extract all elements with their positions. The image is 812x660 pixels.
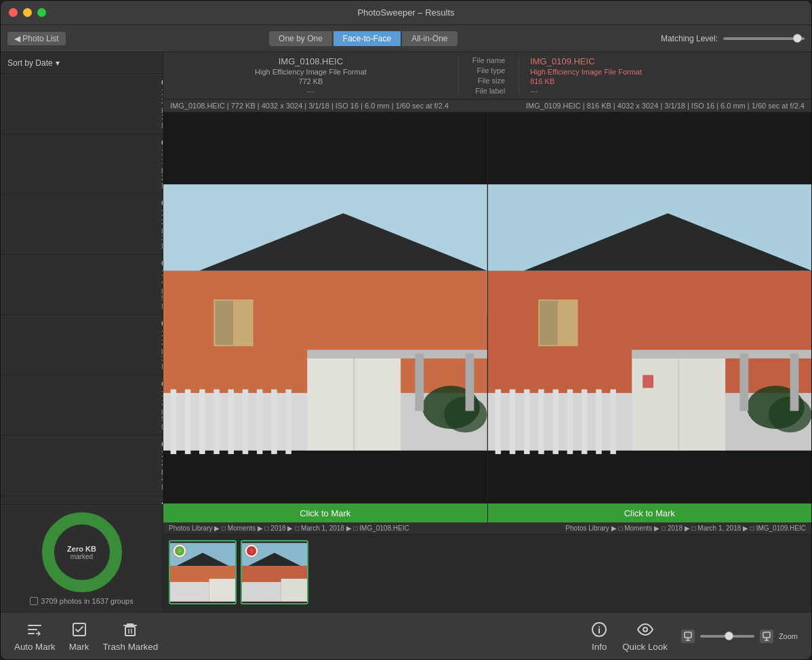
path-bar: Photos Library ▶ □ Moments ▶ □ 2018 ▶ □ … — [163, 522, 811, 534]
svg-rect-48 — [596, 390, 601, 455]
right-click-to-mark[interactable]: Click to Mark — [488, 503, 812, 522]
group-name: Group 1629 — [161, 138, 163, 157]
svg-rect-54 — [632, 350, 811, 358]
group-name: Group 1631 — [161, 259, 163, 278]
exif-bar: IMG_0108.HEIC | 772 KB | 4032 x 3024 | 3… — [163, 100, 811, 112]
trash-marked-button[interactable]: Trash Marked — [102, 620, 158, 652]
bottom-left-tools: Auto Mark Mark — [14, 620, 158, 652]
left-exif: IMG_0108.HEIC | 772 KB | 4032 x 3024 | 3… — [170, 102, 449, 110]
file-type-label: File type — [472, 66, 505, 75]
left-image-display[interactable] — [163, 112, 487, 522]
eye-icon — [636, 620, 655, 639]
info-icon — [590, 620, 609, 639]
list-item[interactable]: Group 1635 2 photos 4.2 MB 2 — [1, 496, 163, 504]
maximize-button[interactable] — [37, 8, 46, 17]
thumb-badge-red-icon — [247, 546, 256, 556]
group-size: 5.3 MB — [161, 415, 163, 431]
group-name: Group 1633 — [161, 379, 163, 398]
svg-rect-37 — [540, 301, 558, 345]
sort-button[interactable]: Sort by Date ▾ — [7, 58, 60, 68]
close-button[interactable] — [9, 8, 18, 17]
svg-rect-67 — [281, 579, 307, 602]
group-size: 27.7 MB — [161, 173, 163, 190]
photo-count-text: 3709 photos in 1637 groups — [41, 597, 133, 605]
svg-rect-61 — [170, 582, 209, 602]
tab-face-to-face[interactable]: Face-to-Face — [333, 31, 401, 46]
svg-rect-47 — [581, 390, 586, 455]
right-file-label: --- — [530, 87, 537, 95]
group-info: Group 1633 2 photos 5.3 MB — [156, 379, 163, 431]
svg-rect-13 — [235, 301, 251, 345]
quick-look-label: Quick Look — [622, 642, 668, 652]
right-file-name: IMG_0109.HEIC — [530, 56, 594, 66]
quick-look-button[interactable]: Quick Look — [622, 620, 668, 652]
zoom-in-button[interactable] — [760, 630, 773, 643]
auto-mark-button[interactable]: Auto Mark — [14, 620, 56, 652]
svg-rect-66 — [242, 582, 281, 602]
photo-count: 3709 photos in 1637 groups — [30, 597, 133, 605]
list-item[interactable]: Group 1633 2 photos 5.3 MB 2 — [1, 375, 163, 436]
svg-rect-22 — [257, 390, 262, 455]
list-item[interactable]: Group 1630 2 photos 3.8 MB 2 — [1, 194, 163, 255]
svg-point-74 — [598, 626, 600, 627]
svg-rect-62 — [209, 579, 235, 602]
info-button[interactable]: Info — [590, 620, 609, 652]
traffic-lights — [9, 8, 46, 17]
info-label: Info — [592, 642, 607, 652]
thumb-right[interactable] — [241, 540, 308, 604]
right-image-display[interactable] — [488, 112, 812, 522]
thumb-badge-green-icon — [175, 546, 184, 556]
group-name: Group 1632 — [161, 319, 163, 338]
zoom-area: Zoom — [681, 630, 798, 643]
group-size: 4.4 MB — [161, 475, 163, 491]
thumb-left[interactable] — [169, 540, 237, 604]
mark-button[interactable]: Mark — [69, 620, 89, 652]
right-file-size: 816 KB — [530, 77, 554, 85]
left-path: Photos Library ▶ □ Moments ▶ □ 2018 ▶ □ … — [169, 524, 409, 532]
group-size: 3.8 MB — [161, 234, 163, 250]
tab-one-by-one[interactable]: One by One — [269, 31, 332, 46]
group-info: Group 1630 2 photos 3.8 MB — [156, 199, 163, 250]
main-window: PhotoSweeper – Results ◀ Photo List One … — [0, 0, 812, 660]
group-info: Group 1635 2 photos 4.2 MB — [156, 500, 163, 504]
donut-chart: Zero KB marked — [41, 512, 123, 593]
svg-rect-44 — [538, 390, 544, 455]
list-item[interactable]: Group 1628 2 photos 3.8 MB 2 — [1, 74, 163, 134]
list-item[interactable]: Group 1631 4 photos 5.2 MB 4 — [1, 255, 163, 315]
thumb-left-badge — [172, 543, 187, 558]
svg-rect-20 — [228, 390, 234, 455]
donut-label: Zero KB marked — [67, 545, 96, 560]
group-info: Group 1634 2 photos 4.4 MB — [156, 440, 163, 491]
zoom-slider[interactable] — [700, 635, 754, 638]
left-click-to-mark[interactable]: Click to Mark — [163, 503, 487, 522]
list-item[interactable]: Group 1634 2 photos 4.4 MB 2 — [1, 436, 163, 496]
back-button[interactable]: ◀ Photo List — [7, 32, 66, 45]
donut-main-text: Zero KB — [67, 545, 96, 553]
svg-point-75 — [643, 627, 647, 632]
group-list: Group 1628 2 photos 3.8 MB 2 Group 1629 … — [1, 74, 163, 504]
list-item[interactable]: Group 1632 2 photos 3.6 MB 2 — [1, 315, 163, 375]
content-area: IMG_0108.HEIC High Efficiency Image File… — [163, 52, 811, 612]
group-photos: 4 photos — [161, 278, 163, 294]
bottom-toolbar: Auto Mark Mark — [1, 612, 811, 659]
slider-thumb — [793, 34, 802, 43]
svg-rect-79 — [763, 632, 770, 638]
svg-rect-38 — [559, 301, 576, 345]
svg-rect-23 — [271, 390, 277, 455]
list-item[interactable]: Group 1629 16 photos 27.7 MB 16 — [1, 134, 163, 194]
group-info: Group 1632 2 photos 3.6 MB — [156, 319, 163, 371]
tab-all-in-one[interactable]: All-in-One — [402, 31, 457, 46]
storage-area: Zero KB marked 3709 photos in 1637 group… — [1, 504, 163, 612]
group-name: Group 1635 — [161, 500, 163, 504]
trash-marked-label: Trash Marked — [102, 642, 158, 652]
thumb-right-badge — [244, 543, 259, 558]
svg-rect-49 — [610, 390, 615, 455]
minimize-button[interactable] — [23, 8, 32, 17]
svg-rect-29 — [307, 350, 487, 358]
zoom-out-button[interactable] — [681, 630, 695, 643]
matching-level-slider[interactable] — [723, 37, 805, 40]
window-title: PhotoSweeper – Results — [357, 7, 454, 18]
group-name: Group 1634 — [161, 440, 163, 459]
svg-rect-43 — [524, 390, 529, 455]
group-photos: 16 photos — [161, 157, 163, 173]
